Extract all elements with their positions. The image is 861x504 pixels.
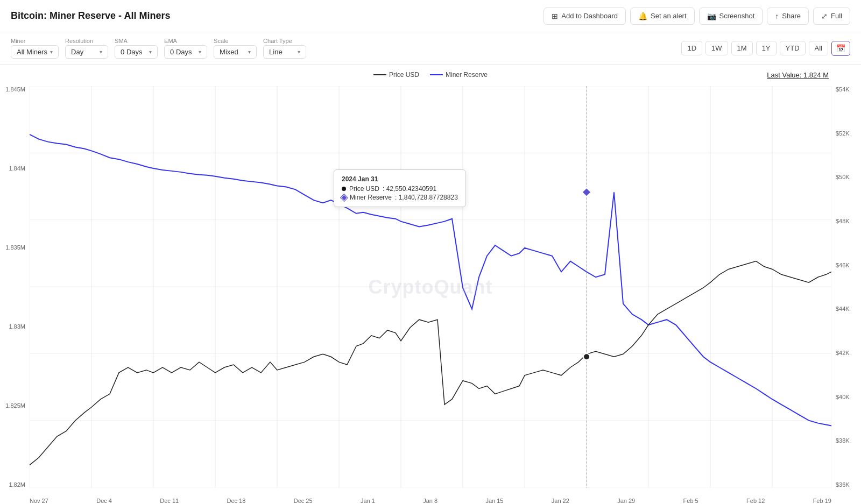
y-right-3: $48K bbox=[836, 218, 861, 224]
timeframe-all[interactable]: All bbox=[809, 41, 828, 55]
ema-chevron-icon: ▾ bbox=[199, 49, 201, 55]
calendar-icon: 📅 bbox=[836, 44, 845, 53]
y-right-0: $54K bbox=[836, 86, 861, 93]
legend-price-label: Price USD bbox=[389, 71, 419, 79]
resolution-label: Resolution bbox=[65, 38, 108, 44]
y-right-9: $36K bbox=[836, 481, 861, 488]
x-label-jan8: Jan 8 bbox=[423, 498, 437, 504]
y-left-2: 1.835M bbox=[0, 244, 25, 251]
miner-reserve-highlight-diamond bbox=[582, 188, 591, 197]
legend-price-usd: Price USD bbox=[373, 71, 419, 79]
y-right-7: $40K bbox=[836, 394, 861, 400]
y-right-1: $52K bbox=[836, 130, 861, 137]
x-label-dec25: Dec 25 bbox=[294, 498, 313, 504]
scale-label: Scale bbox=[214, 38, 257, 44]
chart-legend: Price USD Miner Reserve bbox=[373, 71, 488, 79]
ema-filter: EMA 0 Days ▾ bbox=[164, 38, 207, 59]
miner-dropdown[interactable]: All Miners ▾ bbox=[11, 45, 59, 59]
chart-svg-wrapper: CryptoQuant bbox=[30, 86, 831, 488]
bell-icon: 🔔 bbox=[638, 12, 647, 20]
resolution-filter: Resolution Day ▾ bbox=[65, 38, 108, 59]
y-left-3: 1.83M bbox=[0, 323, 25, 330]
timeframe-ytd[interactable]: YTD bbox=[780, 41, 806, 55]
chart-area: Price USD Miner Reserve Last Value: 1.82… bbox=[0, 65, 861, 504]
dashboard-icon: ⊞ bbox=[552, 12, 558, 20]
chart-container: Price USD Miner Reserve Last Value: 1.82… bbox=[0, 65, 861, 504]
share-icon: ↑ bbox=[775, 12, 779, 20]
miner-reserve-line bbox=[30, 134, 831, 426]
add-dashboard-label: Add to Dashboard bbox=[561, 12, 618, 20]
x-label-jan15: Jan 15 bbox=[485, 498, 503, 504]
y-axis-right: $54K $52K $50K $48K $46K $44K $42K $40K … bbox=[831, 86, 861, 488]
resolution-value: Day bbox=[71, 48, 83, 56]
y-left-5: 1.82M bbox=[0, 481, 25, 488]
y-right-5: $44K bbox=[836, 306, 861, 312]
toolbar-filters: Miner All Miners ▾ Resolution Day ▾ SMA … bbox=[11, 38, 306, 59]
miner-chevron-icon: ▾ bbox=[50, 49, 53, 55]
scale-chevron-icon: ▾ bbox=[248, 49, 251, 55]
toolbar: Miner All Miners ▾ Resolution Day ▾ SMA … bbox=[0, 32, 861, 65]
timeframe-1w[interactable]: 1W bbox=[705, 41, 728, 55]
y-right-4: $46K bbox=[836, 262, 861, 268]
set-alert-label: Set an alert bbox=[651, 12, 687, 20]
sma-dropdown[interactable]: 0 Days ▾ bbox=[115, 45, 158, 59]
sma-chevron-icon: ▾ bbox=[149, 49, 152, 55]
miner-label: Miner bbox=[11, 38, 59, 44]
price-usd-line-icon bbox=[373, 74, 386, 75]
price-highlight-dot bbox=[583, 353, 590, 360]
share-button[interactable]: ↑ Share bbox=[767, 8, 809, 25]
x-label-jan22: Jan 22 bbox=[552, 498, 569, 504]
sma-label: SMA bbox=[115, 38, 158, 44]
header-actions: ⊞ Add to Dashboard 🔔 Set an alert 📷 Scre… bbox=[544, 8, 850, 25]
chart-type-chevron-icon: ▾ bbox=[298, 49, 300, 55]
timeframe-1m[interactable]: 1M bbox=[731, 41, 753, 55]
legend-miner-label: Miner Reserve bbox=[446, 71, 488, 79]
scale-dropdown[interactable]: Mixed ▾ bbox=[214, 45, 257, 59]
calendar-button[interactable]: 📅 bbox=[831, 41, 850, 56]
header: Bitcoin: Miner Reserve - All Miners ⊞ Ad… bbox=[0, 0, 861, 32]
scale-filter: Scale Mixed ▾ bbox=[214, 38, 257, 59]
sma-value: 0 Days bbox=[121, 48, 142, 56]
y-right-8: $38K bbox=[836, 437, 861, 444]
share-label: Share bbox=[782, 12, 801, 20]
chart-type-label: Chart Type bbox=[263, 38, 306, 44]
x-label-feb5: Feb 5 bbox=[683, 498, 698, 504]
screenshot-label: Screenshot bbox=[719, 12, 755, 20]
chart-type-dropdown[interactable]: Line ▾ bbox=[263, 45, 306, 59]
full-label: Full bbox=[831, 12, 842, 20]
ema-dropdown[interactable]: 0 Days ▾ bbox=[164, 45, 207, 59]
full-button[interactable]: ⤢ Full bbox=[813, 8, 850, 25]
sma-filter: SMA 0 Days ▾ bbox=[115, 38, 158, 59]
chart-type-filter: Chart Type Line ▾ bbox=[263, 38, 306, 59]
y-left-1: 1.84M bbox=[0, 165, 25, 172]
resolution-dropdown[interactable]: Day ▾ bbox=[65, 45, 108, 59]
timeframe-1y[interactable]: 1Y bbox=[756, 41, 777, 55]
x-label-feb12: Feb 12 bbox=[746, 498, 765, 504]
x-axis: Nov 27 Dec 4 Dec 11 Dec 18 Dec 25 Jan 1 … bbox=[30, 498, 831, 504]
legend-miner-reserve: Miner Reserve bbox=[430, 71, 488, 79]
chart-svg bbox=[30, 86, 831, 488]
timeframe-1d[interactable]: 1D bbox=[681, 41, 702, 55]
timeframe-buttons: 1D 1W 1M 1Y YTD All 📅 bbox=[681, 41, 850, 56]
y-axis-left: 1.845M 1.84M 1.835M 1.83M 1.825M 1.82M bbox=[0, 86, 30, 488]
ema-value: 0 Days bbox=[170, 48, 192, 56]
miner-reserve-line-icon bbox=[430, 74, 443, 75]
x-label-dec11: Dec 11 bbox=[160, 498, 179, 504]
y-left-0: 1.845M bbox=[0, 86, 25, 93]
y-right-6: $42K bbox=[836, 350, 861, 356]
y-left-4: 1.825M bbox=[0, 402, 25, 409]
last-value: Last Value: 1.824 M bbox=[767, 71, 829, 79]
x-label-nov27: Nov 27 bbox=[30, 498, 48, 504]
camera-icon: 📷 bbox=[707, 12, 716, 20]
chart-type-value: Line bbox=[269, 48, 283, 56]
ema-label: EMA bbox=[164, 38, 207, 44]
add-dashboard-button[interactable]: ⊞ Add to Dashboard bbox=[544, 8, 626, 25]
page-title: Bitcoin: Miner Reserve - All Miners bbox=[11, 10, 170, 22]
set-alert-button[interactable]: 🔔 Set an alert bbox=[630, 8, 695, 25]
screenshot-button[interactable]: 📷 Screenshot bbox=[699, 8, 763, 25]
fullscreen-icon: ⤢ bbox=[821, 12, 828, 20]
miner-filter: Miner All Miners ▾ bbox=[11, 38, 59, 59]
y-right-2: $50K bbox=[836, 174, 861, 180]
x-label-jan1: Jan 1 bbox=[361, 498, 375, 504]
miner-value: All Miners bbox=[17, 48, 47, 56]
